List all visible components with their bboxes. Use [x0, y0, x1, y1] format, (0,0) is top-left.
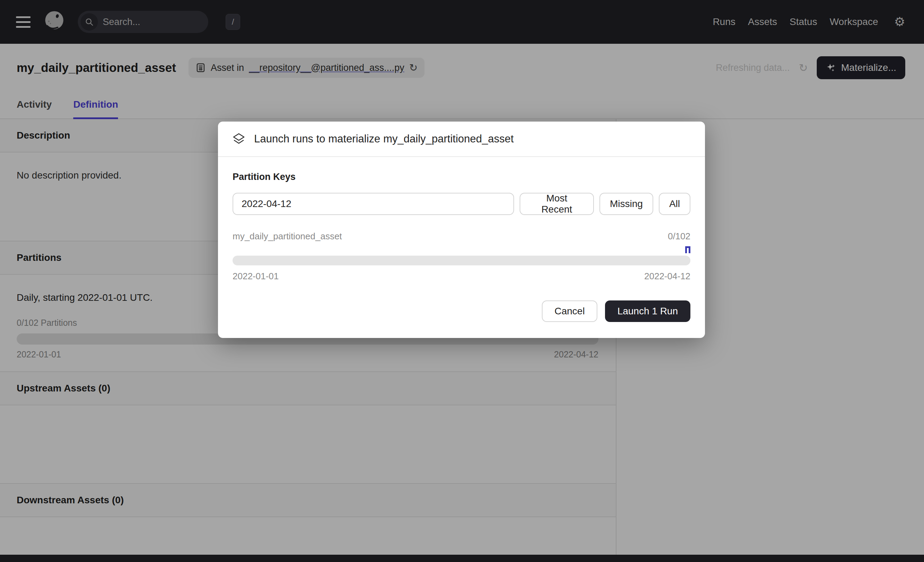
dialog-title: Launch runs to materialize my_daily_part…: [254, 133, 514, 145]
modal-partition-count: 0/102: [668, 231, 690, 242]
cancel-button[interactable]: Cancel: [542, 301, 597, 322]
dialog-body: Partition Keys Most Recent Missing All m…: [218, 157, 705, 282]
dagster-app: / Runs Assets Status Workspace ⚙ my_dail…: [0, 0, 924, 562]
partition-keys-label: Partition Keys: [232, 171, 690, 182]
modal-range-end: 2022-04-12: [644, 271, 690, 282]
asset-layers-icon: [232, 133, 245, 145]
selected-partition-marker: [685, 246, 690, 253]
most-recent-button[interactable]: Most Recent: [520, 193, 594, 215]
dialog-header: Launch runs to materialize my_daily_part…: [218, 122, 705, 157]
modal-asset-name: my_daily_partitioned_asset: [232, 231, 342, 242]
missing-button[interactable]: Missing: [600, 193, 653, 215]
launch-runs-dialog: Launch runs to materialize my_daily_part…: [218, 122, 705, 338]
launch-run-button[interactable]: Launch 1 Run: [605, 301, 690, 322]
modal-range-start: 2022-01-01: [232, 271, 279, 282]
dialog-footer: Cancel Launch 1 Run: [218, 282, 705, 338]
all-button[interactable]: All: [659, 193, 690, 215]
partition-selector-bar[interactable]: [232, 255, 690, 265]
partition-selector-wrap: [232, 255, 690, 265]
partition-keys-input[interactable]: [232, 193, 514, 215]
